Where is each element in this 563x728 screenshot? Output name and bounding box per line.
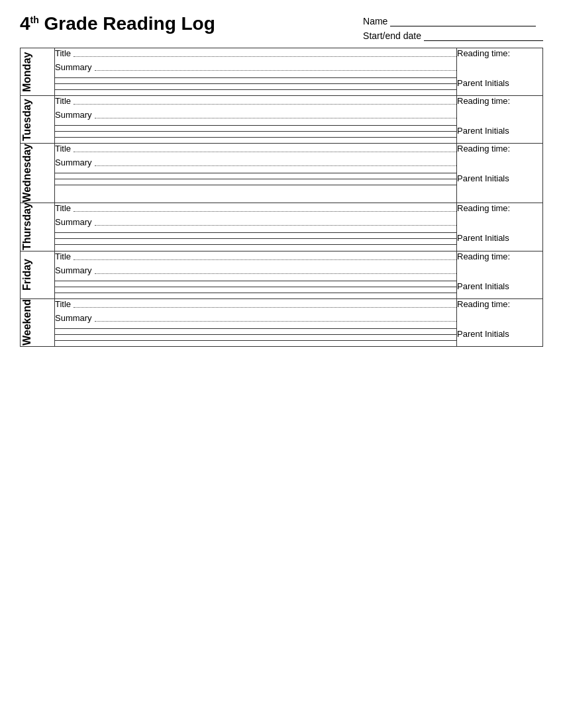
- title-row-tuesday: Title: [55, 96, 456, 106]
- table-row: Tuesday Title Summary Reading time:: [21, 96, 543, 144]
- title-line-wednesday[interactable]: [74, 152, 456, 152]
- title-row-weekend: Title: [55, 299, 456, 309]
- summary-label: Summary: [55, 217, 92, 227]
- page-header: 4th Grade Reading Log Name Start/end dat…: [20, 13, 543, 41]
- reading-time-monday: Reading time:: [457, 48, 542, 58]
- line3-wednesday: [55, 185, 456, 185]
- lines-thursday: [55, 232, 456, 245]
- initials-thursday: Reading time: Parent Initials: [457, 203, 543, 251]
- summary-label: Summary: [55, 265, 92, 275]
- grade-sup: th: [30, 15, 39, 25]
- name-field[interactable]: [390, 16, 536, 26]
- day-label-tuesday: Tuesday: [21, 96, 55, 144]
- line3-thursday: [55, 244, 456, 245]
- summary-row-friday: Summary: [55, 265, 456, 275]
- summary-row-weekend: Summary: [55, 313, 456, 323]
- summary-row-wednesday: Summary: [55, 158, 456, 167]
- line3-monday: [55, 89, 456, 90]
- name-date-block: Name Start/end date: [363, 13, 543, 41]
- summary-line-weekend[interactable]: [95, 321, 456, 322]
- line1-thursday: [55, 232, 456, 233]
- reading-time-thursday: Reading time:: [457, 203, 542, 213]
- lines-tuesday: [55, 125, 456, 138]
- grade-subtitle: Grade Reading Log: [44, 13, 215, 34]
- lines-friday: [55, 281, 456, 293]
- reading-time-friday: Reading time:: [457, 251, 542, 261]
- title-line-tuesday[interactable]: [74, 104, 456, 105]
- table-row: Weekend Title Summary Reading time:: [21, 298, 543, 346]
- name-line: Name: [363, 16, 543, 26]
- line1-monday: [55, 77, 456, 78]
- content-thursday: Title Summary: [55, 203, 457, 251]
- grade-number: 4: [20, 13, 30, 34]
- summary-row-monday: Summary: [55, 62, 456, 72]
- page-title: 4th Grade Reading Log: [20, 13, 215, 34]
- summary-label: Summary: [55, 313, 92, 323]
- content-weekend: Title Summary: [55, 298, 457, 346]
- parent-initials-monday: Parent Initials: [457, 78, 542, 88]
- initials-wednesday: Reading time: Parent Initials: [457, 144, 543, 203]
- title-label: Title: [55, 251, 71, 261]
- title-label: Title: [55, 96, 71, 106]
- line3-tuesday: [55, 137, 456, 138]
- reading-time-wednesday: Reading time:: [457, 144, 542, 154]
- table-row: Wednesday Title Summary Reading time:: [21, 144, 543, 203]
- content-wednesday: Title Summary: [55, 144, 457, 203]
- summary-line-friday[interactable]: [95, 273, 456, 274]
- parent-initials-weekend: Parent Initials: [457, 329, 542, 339]
- line2-tuesday: [55, 131, 456, 132]
- line2-friday: [55, 287, 456, 287]
- initials-friday: Reading time: Parent Initials: [457, 251, 543, 298]
- day-label-weekend: Weekend: [21, 298, 55, 346]
- table-row: Friday Title Summary Reading time:: [21, 251, 543, 298]
- title-row-monday: Title: [55, 48, 456, 58]
- title-row-thursday: Title: [55, 203, 456, 213]
- title-label: Title: [55, 144, 71, 154]
- title-row-friday: Title: [55, 251, 456, 261]
- line1-friday: [55, 281, 456, 281]
- parent-initials-thursday: Parent Initials: [457, 233, 542, 243]
- name-label: Name: [363, 16, 387, 26]
- initials-weekend: Reading time: Parent Initials: [457, 298, 543, 346]
- day-label-monday: Monday: [21, 48, 55, 96]
- table-row: Monday Title Summary Reading time:: [21, 48, 543, 96]
- day-label-thursday: Thursday: [21, 203, 55, 251]
- summary-line-tuesday[interactable]: [95, 118, 456, 118]
- summary-line-monday[interactable]: [95, 70, 456, 71]
- summary-line-wednesday[interactable]: [95, 165, 456, 166]
- reading-log-table: Monday Title Summary Reading time:: [20, 48, 543, 347]
- summary-row-tuesday: Summary: [55, 110, 456, 120]
- line2-monday: [55, 83, 456, 84]
- lines-weekend: [55, 328, 456, 341]
- line2-weekend: [55, 334, 456, 335]
- title-line-friday[interactable]: [74, 259, 456, 260]
- initials-monday: Reading time: Parent Initials: [457, 48, 543, 96]
- line3-friday: [55, 293, 456, 293]
- initials-tuesday: Reading time: Parent Initials: [457, 96, 543, 144]
- reading-time-tuesday: Reading time:: [457, 96, 542, 106]
- summary-label: Summary: [55, 62, 92, 72]
- title-line-weekend[interactable]: [74, 307, 456, 308]
- table-row: Thursday Title Summary Reading time:: [21, 203, 543, 251]
- line1-tuesday: [55, 125, 456, 126]
- reading-time-weekend: Reading time:: [457, 299, 542, 309]
- parent-initials-friday: Parent Initials: [457, 281, 542, 291]
- day-label-friday: Friday: [21, 251, 55, 298]
- title-line-thursday[interactable]: [74, 211, 456, 212]
- day-label-wednesday: Wednesday: [21, 144, 55, 203]
- line2-wednesday: [55, 179, 456, 179]
- content-tuesday: Title Summary: [55, 96, 457, 144]
- content-friday: Title Summary: [55, 251, 457, 298]
- date-field[interactable]: [424, 30, 543, 41]
- summary-row-thursday: Summary: [55, 217, 456, 227]
- line1-weekend: [55, 328, 456, 329]
- parent-initials-wednesday: Parent Initials: [457, 173, 542, 183]
- summary-line-thursday[interactable]: [95, 225, 456, 226]
- date-label: Start/end date: [363, 30, 421, 41]
- title-label: Title: [55, 299, 71, 309]
- title-line-monday[interactable]: [74, 56, 456, 57]
- summary-label: Summary: [55, 110, 92, 120]
- summary-label: Summary: [55, 158, 92, 167]
- date-line: Start/end date: [363, 30, 543, 41]
- title-label: Title: [55, 203, 71, 213]
